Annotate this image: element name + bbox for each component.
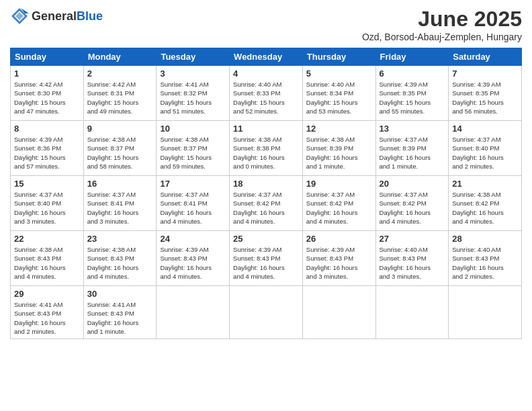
calendar-cell [449, 286, 522, 339]
day-number: 22 [14, 234, 80, 244]
calendar-cell: 10Sunrise: 4:38 AM Sunset: 8:37 PM Dayli… [157, 121, 230, 176]
day-info: Sunrise: 4:37 AM Sunset: 8:42 PM Dayligh… [306, 190, 372, 226]
calendar-cell: 25Sunrise: 4:39 AM Sunset: 8:43 PM Dayli… [230, 231, 303, 286]
day-number: 26 [306, 234, 372, 244]
day-info: Sunrise: 4:40 AM Sunset: 8:43 PM Dayligh… [380, 245, 445, 281]
day-number: 5 [306, 68, 372, 79]
day-info: Sunrise: 4:39 AM Sunset: 8:43 PM Dayligh… [306, 245, 372, 281]
calendar-cell [302, 286, 375, 339]
calendar-cell: 28Sunrise: 4:40 AM Sunset: 8:43 PM Dayli… [449, 231, 522, 286]
day-number: 30 [87, 289, 153, 299]
day-number: 4 [233, 68, 299, 79]
day-number: 14 [452, 124, 518, 134]
day-number: 1 [14, 68, 80, 79]
logo-blue: Blue [77, 9, 103, 23]
calendar-cell: 1Sunrise: 4:42 AM Sunset: 8:30 PM Daylig… [11, 66, 84, 121]
logo-general: General [32, 9, 77, 23]
day-info: Sunrise: 4:37 AM Sunset: 8:42 PM Dayligh… [233, 190, 299, 226]
day-info: Sunrise: 4:37 AM Sunset: 8:42 PM Dayligh… [380, 190, 445, 226]
calendar-cell: 29Sunrise: 4:41 AM Sunset: 8:43 PM Dayli… [11, 286, 84, 339]
day-info: Sunrise: 4:38 AM Sunset: 8:42 PM Dayligh… [452, 190, 518, 226]
day-number: 8 [14, 124, 80, 134]
day-number: 7 [452, 68, 518, 79]
day-number: 16 [87, 179, 153, 189]
day-number: 15 [14, 179, 80, 189]
day-info: Sunrise: 4:38 AM Sunset: 8:43 PM Dayligh… [14, 245, 80, 281]
day-info: Sunrise: 4:41 AM Sunset: 8:43 PM Dayligh… [14, 300, 80, 336]
day-number: 23 [87, 234, 153, 244]
calendar-cell: 2Sunrise: 4:42 AM Sunset: 8:31 PM Daylig… [83, 66, 157, 121]
calendar-cell: 7Sunrise: 4:39 AM Sunset: 8:35 PM Daylig… [449, 66, 522, 121]
day-info: Sunrise: 4:39 AM Sunset: 8:43 PM Dayligh… [160, 245, 226, 281]
calendar-cell: 13Sunrise: 4:37 AM Sunset: 8:39 PM Dayli… [375, 121, 449, 176]
day-number: 6 [380, 68, 445, 79]
calendar-week-1: 1Sunrise: 4:42 AM Sunset: 8:30 PM Daylig… [11, 66, 522, 121]
col-saturday: Saturday [449, 48, 522, 66]
calendar-header-row: Sunday Monday Tuesday Wednesday Thursday… [11, 48, 522, 66]
col-sunday: Sunday [11, 48, 84, 66]
calendar-cell: 3Sunrise: 4:41 AM Sunset: 8:32 PM Daylig… [157, 66, 230, 121]
day-info: Sunrise: 4:39 AM Sunset: 8:36 PM Dayligh… [14, 135, 80, 171]
day-number: 9 [87, 124, 153, 134]
day-number: 3 [160, 68, 226, 79]
day-info: Sunrise: 4:39 AM Sunset: 8:35 PM Dayligh… [452, 80, 518, 116]
title-section: June 2025 Ozd, Borsod-Abauj-Zemplen, Hun… [362, 7, 522, 42]
calendar-cell: 23Sunrise: 4:38 AM Sunset: 8:43 PM Dayli… [83, 231, 157, 286]
page: GeneralBlue June 2025 Ozd, Borsod-Abauj-… [0, 0, 532, 411]
logo-text: GeneralBlue [32, 9, 103, 24]
day-number: 19 [306, 179, 372, 189]
calendar-cell: 6Sunrise: 4:39 AM Sunset: 8:35 PM Daylig… [375, 66, 449, 121]
calendar-cell: 12Sunrise: 4:38 AM Sunset: 8:39 PM Dayli… [302, 121, 375, 176]
header: GeneralBlue June 2025 Ozd, Borsod-Abauj-… [10, 7, 522, 42]
calendar-cell [375, 286, 449, 339]
calendar-cell: 15Sunrise: 4:37 AM Sunset: 8:40 PM Dayli… [11, 176, 84, 231]
logo: GeneralBlue [10, 7, 103, 26]
day-number: 2 [87, 68, 153, 79]
calendar-cell: 20Sunrise: 4:37 AM Sunset: 8:42 PM Dayli… [375, 176, 449, 231]
calendar-cell: 24Sunrise: 4:39 AM Sunset: 8:43 PM Dayli… [157, 231, 230, 286]
day-info: Sunrise: 4:37 AM Sunset: 8:41 PM Dayligh… [160, 190, 226, 226]
logo-icon [10, 7, 29, 26]
calendar-week-3: 15Sunrise: 4:37 AM Sunset: 8:40 PM Dayli… [11, 176, 522, 231]
month-title: June 2025 [362, 7, 522, 32]
day-info: Sunrise: 4:38 AM Sunset: 8:37 PM Dayligh… [87, 135, 153, 171]
calendar-cell: 9Sunrise: 4:38 AM Sunset: 8:37 PM Daylig… [83, 121, 157, 176]
day-number: 25 [233, 234, 299, 244]
day-info: Sunrise: 4:38 AM Sunset: 8:43 PM Dayligh… [87, 245, 153, 281]
calendar-cell: 18Sunrise: 4:37 AM Sunset: 8:42 PM Dayli… [230, 176, 303, 231]
day-number: 13 [380, 124, 445, 134]
location-title: Ozd, Borsod-Abauj-Zemplen, Hungary [362, 32, 522, 42]
day-info: Sunrise: 4:37 AM Sunset: 8:39 PM Dayligh… [380, 135, 445, 171]
day-info: Sunrise: 4:42 AM Sunset: 8:31 PM Dayligh… [87, 80, 153, 116]
day-info: Sunrise: 4:37 AM Sunset: 8:41 PM Dayligh… [87, 190, 153, 226]
day-number: 28 [452, 234, 518, 244]
calendar-cell: 30Sunrise: 4:41 AM Sunset: 8:43 PM Dayli… [83, 286, 157, 339]
day-number: 11 [233, 124, 299, 134]
day-number: 27 [380, 234, 445, 244]
day-info: Sunrise: 4:42 AM Sunset: 8:30 PM Dayligh… [14, 80, 80, 116]
calendar-cell: 19Sunrise: 4:37 AM Sunset: 8:42 PM Dayli… [302, 176, 375, 231]
calendar-cell: 16Sunrise: 4:37 AM Sunset: 8:41 PM Dayli… [83, 176, 157, 231]
day-info: Sunrise: 4:37 AM Sunset: 8:40 PM Dayligh… [452, 135, 518, 171]
calendar-cell: 14Sunrise: 4:37 AM Sunset: 8:40 PM Dayli… [449, 121, 522, 176]
col-friday: Friday [375, 48, 449, 66]
calendar-cell: 27Sunrise: 4:40 AM Sunset: 8:43 PM Dayli… [375, 231, 449, 286]
calendar-cell: 21Sunrise: 4:38 AM Sunset: 8:42 PM Dayli… [449, 176, 522, 231]
col-thursday: Thursday [302, 48, 375, 66]
calendar-cell: 17Sunrise: 4:37 AM Sunset: 8:41 PM Dayli… [157, 176, 230, 231]
day-info: Sunrise: 4:38 AM Sunset: 8:39 PM Dayligh… [306, 135, 372, 171]
day-number: 24 [160, 234, 226, 244]
day-info: Sunrise: 4:37 AM Sunset: 8:40 PM Dayligh… [14, 190, 80, 226]
col-wednesday: Wednesday [230, 48, 303, 66]
day-number: 18 [233, 179, 299, 189]
calendar-cell: 11Sunrise: 4:38 AM Sunset: 8:38 PM Dayli… [230, 121, 303, 176]
calendar-cell [230, 286, 303, 339]
calendar: Sunday Monday Tuesday Wednesday Thursday… [10, 48, 522, 339]
day-number: 21 [452, 179, 518, 189]
day-number: 10 [160, 124, 226, 134]
day-info: Sunrise: 4:41 AM Sunset: 8:32 PM Dayligh… [160, 80, 226, 116]
day-info: Sunrise: 4:40 AM Sunset: 8:33 PM Dayligh… [233, 80, 299, 116]
col-tuesday: Tuesday [157, 48, 230, 66]
day-number: 29 [14, 289, 80, 299]
calendar-cell: 5Sunrise: 4:40 AM Sunset: 8:34 PM Daylig… [302, 66, 375, 121]
